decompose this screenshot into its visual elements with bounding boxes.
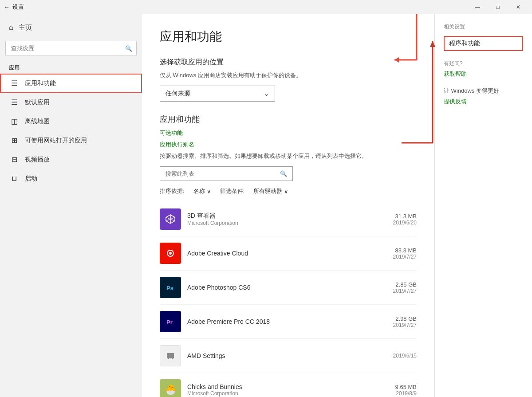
app-size-date: 31.3 MB 2019/6/20: [393, 213, 417, 226]
dropdown-value: 任何来源: [166, 90, 190, 98]
location-section-title: 选择获取应用的位置: [160, 58, 417, 67]
search-list-icon: 🔍: [280, 170, 287, 177]
back-icon[interactable]: ←: [4, 4, 10, 11]
search-input[interactable]: [5, 41, 137, 55]
app-date: 2019/6/20: [393, 220, 417, 226]
table-row[interactable]: Adobe Creative Cloud 83.3 MB 2019/7/27: [160, 236, 417, 271]
app-icon-chicks: 🐣: [160, 379, 181, 397]
sidebar-item-apps-features[interactable]: ☰ 应用和功能: [0, 74, 142, 93]
table-row[interactable]: AMD Settings 2019/6/15: [160, 339, 417, 373]
home-icon: ⌂: [9, 23, 13, 32]
table-row[interactable]: Pr Adobe Premiere Pro CC 2018 2.98 GB 20…: [160, 305, 417, 339]
close-button[interactable]: ✕: [508, 0, 528, 14]
minimize-button[interactable]: —: [467, 0, 488, 14]
app-icon-amd: [160, 345, 181, 366]
right-panel: 相关设置 程序和功能 有疑问? 获取帮助 让 Windows 变得更好 提供反馈: [434, 14, 532, 397]
app-size: 31.3 MB: [393, 213, 417, 220]
alias-link[interactable]: 应用执行别名: [160, 141, 417, 149]
table-row[interactable]: Ps Adobe Photoshop CS6 2.85 GB 2019/7/27: [160, 271, 417, 305]
sort-filter-row: 排序依据: 名称 ∨ 筛选条件: 所有驱动器 ∨: [160, 187, 417, 195]
video-icon: ⊟: [10, 155, 19, 164]
app-date: 2019/6/15: [393, 353, 417, 359]
sidebar-item-video-play[interactable]: ⊟ 视频播放: [0, 150, 142, 169]
sidebar: ⌂ 主页 🔍 应用 ☰ 应用和功能 ☰ 默认应用 ◫ 离线地图 ⊞ 可使用网站打…: [0, 14, 142, 397]
app-info: Adobe Premiere Pro CC 2018: [187, 318, 387, 325]
startup-icon: ⊔: [10, 174, 19, 183]
sidebar-item-default-apps[interactable]: ☰ 默认应用: [0, 93, 142, 112]
help-link[interactable]: 获取帮助: [444, 70, 523, 78]
table-row[interactable]: 3D 查看器 Microsoft Corporation 31.3 MB 201…: [160, 202, 417, 236]
page-title: 应用和功能: [160, 28, 417, 45]
sidebar-item-label: 应用和功能: [25, 79, 56, 87]
sort-chevron-icon: ∨: [207, 188, 211, 195]
svg-rect-14: [168, 358, 169, 359]
sidebar-item-sites-apps[interactable]: ⊞ 可使用网站打开的应用: [0, 131, 142, 150]
list-icon: ☰: [10, 98, 19, 106]
app-name: Adobe Creative Cloud: [187, 250, 387, 257]
related-title: 相关设置: [444, 23, 523, 31]
search-box: 🔍: [5, 41, 137, 55]
title-bar-title: 设置: [12, 3, 24, 11]
title-bar: ← 设置 — □ ✕: [0, 0, 532, 14]
optional-features-link[interactable]: 可选功能: [160, 129, 417, 137]
app-icon-premiere: Pr: [160, 311, 181, 332]
svg-text:Pr: Pr: [166, 319, 173, 326]
svg-point-7: [169, 252, 172, 255]
app-size: 9.65 MB: [395, 384, 417, 390]
sidebar-item-label: 默认应用: [25, 98, 50, 106]
question-title: 有疑问?: [444, 60, 523, 67]
sort-label: 排序依据:: [160, 187, 185, 195]
table-row[interactable]: 🐣 Chicks and Bunnies Microsoft Corporati…: [160, 373, 417, 397]
sidebar-item-label: 可使用网站打开的应用: [25, 137, 87, 145]
app-list: 3D 查看器 Microsoft Corporation 31.3 MB 201…: [160, 202, 417, 397]
location-dropdown[interactable]: 任何来源 ⌄: [160, 86, 275, 102]
search-list-box: 🔍: [160, 166, 293, 181]
app-size-date: 2.98 GB 2019/7/27: [393, 315, 417, 328]
app-info: 3D 查看器 Microsoft Corporation: [187, 212, 387, 226]
app-size-date: 2.85 GB 2019/7/27: [393, 281, 417, 294]
sort-dropdown[interactable]: 名称 ∨: [193, 187, 211, 195]
app-name: Chicks and Bunnies: [187, 383, 389, 390]
window-controls: — □ ✕: [467, 0, 528, 14]
search-list-input[interactable]: [166, 170, 280, 177]
filter-dropdown[interactable]: 所有驱动器 ∨: [253, 187, 288, 195]
app-publisher: Microsoft Corporation: [187, 220, 387, 226]
sidebar-home[interactable]: ⌂ 主页: [0, 18, 142, 37]
app-info: Adobe Photoshop CS6: [187, 284, 387, 291]
app-name: 3D 查看器: [187, 212, 387, 220]
sidebar-section-label: 应用: [0, 59, 142, 74]
programs-features-link[interactable]: 程序和功能: [444, 36, 523, 51]
sidebar-item-startup[interactable]: ⊔ 启动: [0, 169, 142, 188]
filter-chevron-icon: ∨: [284, 188, 288, 195]
app-icon-photoshop: Ps: [160, 277, 181, 298]
app-info: Adobe Creative Cloud: [187, 250, 387, 257]
app-size-date: 9.65 MB 2019/8/9: [395, 384, 417, 397]
maximize-button[interactable]: □: [488, 0, 508, 14]
apps-description: 按驱动器搜索、排序和筛选。如果想要卸载或移动某个应用，请从列表中选择它。: [160, 152, 417, 160]
feedback-link[interactable]: 提供反馈: [444, 98, 523, 106]
app-size: 2.85 GB: [393, 281, 417, 288]
sites-icon: ⊞: [10, 136, 19, 145]
app-date: 2019/7/27: [393, 288, 417, 294]
app-publisher: Microsoft Corporation: [187, 390, 389, 397]
app-date: 2019/7/27: [393, 322, 417, 328]
svg-rect-15: [172, 358, 173, 359]
app-name: Adobe Photoshop CS6: [187, 284, 387, 291]
main-content: 应用和功能 选择获取应用的位置 仅从 Windows 应用商店安装应用有助于保护…: [142, 14, 434, 397]
app-date: 2019/7/27: [393, 254, 417, 260]
apps-section-title: 应用和功能: [160, 114, 417, 125]
app-size: 83.3 MB: [393, 247, 417, 254]
app-icon-3d-viewer: [160, 208, 181, 230]
list-icon: ☰: [10, 79, 19, 87]
filter-label: 筛选条件:: [220, 187, 245, 195]
sidebar-item-label: 离线地图: [25, 118, 50, 126]
app-size: 2.98 GB: [393, 315, 417, 322]
app-name: AMD Settings: [187, 352, 387, 359]
sidebar-item-label: 视频播放: [25, 156, 50, 164]
home-label: 主页: [19, 24, 32, 32]
app-info: AMD Settings: [187, 352, 387, 359]
app-date: 2019/8/9: [395, 390, 417, 397]
location-section-description: 仅从 Windows 应用商店安装应用有助于保护你的设备。: [160, 71, 417, 79]
sidebar-item-label: 启动: [25, 175, 37, 183]
sidebar-item-offline-maps[interactable]: ◫ 离线地图: [0, 112, 142, 131]
